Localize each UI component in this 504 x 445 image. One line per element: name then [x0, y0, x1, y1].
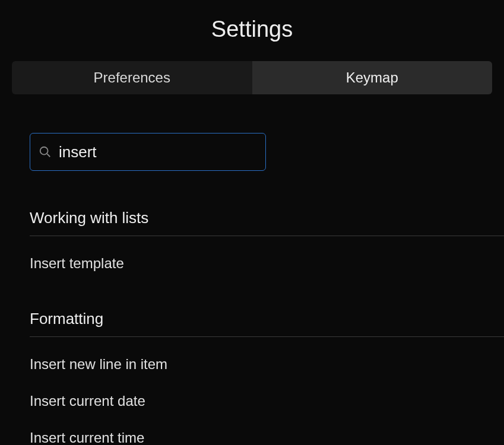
keymap-item[interactable]: Insert new line in item	[30, 345, 504, 373]
search-icon	[39, 145, 52, 158]
search-input[interactable]	[59, 143, 257, 161]
tabs-container: Preferences Keymap	[12, 61, 492, 94]
keymap-item[interactable]: Insert current time	[30, 419, 504, 445]
section-items: Insert template	[30, 236, 504, 272]
page-title: Settings	[0, 0, 504, 61]
svg-point-0	[40, 147, 48, 155]
svg-line-1	[47, 154, 50, 157]
keymap-item[interactable]: Insert template	[30, 244, 504, 272]
keymap-item[interactable]: Insert current date	[30, 382, 504, 409]
search-box[interactable]	[30, 133, 266, 171]
section-working-with-lists: Working with lists Insert template	[30, 209, 504, 272]
section-items: Insert new line in item Insert current d…	[30, 337, 504, 445]
tab-keymap[interactable]: Keymap	[252, 61, 493, 94]
section-heading: Formatting	[30, 310, 504, 337]
content-area: Working with lists Insert template Forma…	[0, 94, 504, 445]
section-heading: Working with lists	[30, 209, 504, 236]
tab-preferences[interactable]: Preferences	[12, 61, 252, 94]
section-formatting: Formatting Insert new line in item Inser…	[30, 310, 504, 445]
